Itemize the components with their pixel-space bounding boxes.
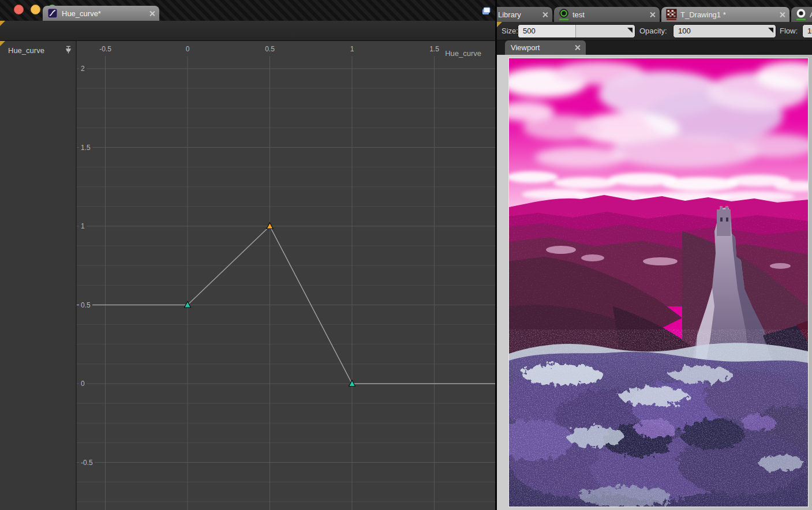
opacity-label: Opacity: (639, 27, 667, 35)
minimize-window-button[interactable] (31, 5, 40, 14)
screen: { "curve_editor": { "tab_label": "Hue_cu… (0, 0, 812, 510)
close-tab-icon[interactable] (542, 12, 548, 17)
material-icon (559, 9, 569, 21)
tab-label: All_nod (810, 10, 812, 19)
texture-preview (509, 58, 808, 507)
size-label: Size: (502, 27, 518, 35)
x-tick-label: -0.5 (99, 45, 111, 53)
viewport-tab-row: Viewport (497, 40, 812, 55)
tab-all-nodes[interactable]: All_nod (791, 7, 812, 22)
close-window-button[interactable] (14, 5, 24, 14)
curve-name-label: Hue_curve (8, 46, 44, 55)
flow-label: Flow: (780, 27, 798, 35)
curve-asset-icon (47, 8, 58, 18)
tab-label: T_Drawing1 * (680, 10, 775, 19)
corner-marker (0, 41, 5, 46)
x-tick-label: 0.5 (265, 45, 275, 53)
close-tab-icon[interactable] (650, 12, 655, 17)
y-tick-label: 0 (79, 380, 87, 388)
flow-value: 100 (807, 27, 812, 35)
close-tab-icon[interactable] (149, 11, 155, 16)
material-icon (796, 9, 806, 21)
tab-label: Hue_curve* (62, 9, 149, 18)
curve-list-sidebar: Hue_curve (0, 41, 77, 510)
curve-grid (77, 41, 495, 510)
drag-corner-icon[interactable] (627, 28, 633, 33)
layout-icon[interactable] (481, 6, 491, 16)
opacity-value: 100 (678, 27, 691, 35)
x-tick-label: 0 (186, 45, 190, 53)
drag-corner-icon[interactable] (768, 28, 773, 33)
curve-editor-window: Hue_curve* (0, 0, 495, 510)
tab-test[interactable]: test (554, 7, 660, 22)
texture-icon (666, 9, 677, 21)
curve-graph-area[interactable]: -0.500.511.521.510.50-0.5 Hue_curve (77, 41, 495, 510)
close-tab-icon[interactable] (575, 45, 580, 50)
pin-icon[interactable] (65, 46, 72, 54)
graph-curve-label: Hue_curve (445, 49, 481, 58)
size-field[interactable]: 500 (518, 24, 635, 38)
main-editor-panel: Library test (497, 0, 812, 510)
tab-hue-curve[interactable]: Hue_curve* (43, 6, 159, 21)
viewport (497, 55, 812, 510)
curve-editor-titlebar: Hue_curve* (0, 0, 495, 21)
size-value: 500 (523, 27, 536, 35)
tab-label: test (572, 10, 645, 19)
opacity-field[interactable]: 100 (673, 24, 776, 38)
brush-toolbar: Size: 500 Opacity: 100 Flow: 100 (497, 22, 812, 40)
y-tick-label: -0.5 (79, 459, 95, 467)
flow-field[interactable]: 100 (802, 24, 812, 38)
y-tick-label: 1.5 (79, 144, 92, 152)
document-tab-bar: Library test (497, 0, 812, 22)
y-tick-label: 2 (79, 65, 87, 73)
corner-marker (0, 21, 5, 26)
y-tick-label: 0.5 (79, 301, 92, 309)
viewport-image[interactable] (508, 58, 809, 507)
tab-t-drawing1[interactable]: T_Drawing1 * (661, 7, 789, 22)
curve-editor-toolbar (0, 21, 495, 41)
tab-label: Viewport (511, 43, 575, 52)
tab-library[interactable]: Library (497, 7, 552, 22)
curve-key-selected[interactable] (267, 223, 273, 229)
close-tab-icon[interactable] (780, 12, 785, 17)
y-tick-label: 1 (79, 222, 87, 230)
x-tick-label: 1.5 (429, 45, 439, 53)
tab-viewport[interactable]: Viewport (505, 40, 586, 55)
tab-label: Library (498, 10, 538, 19)
x-tick-label: 1 (350, 45, 354, 53)
